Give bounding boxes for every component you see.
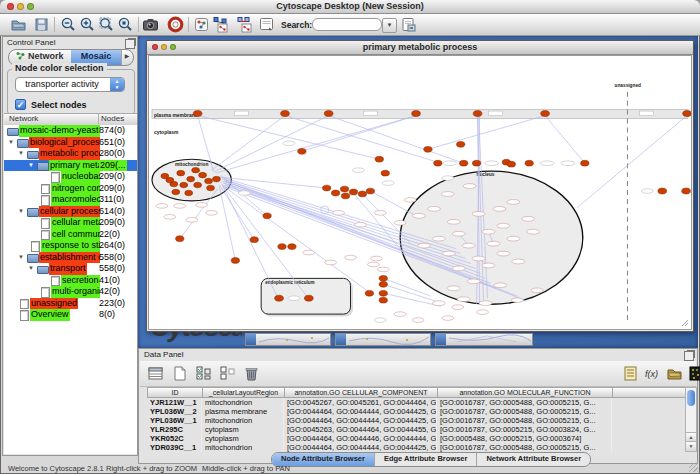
table-cell[interactable]: [GO:0044464, GO:0044444, GO:0044425, G..…	[284, 416, 437, 425]
scroll-down-icon[interactable]: ▼	[686, 441, 696, 451]
vizmapper-icon[interactable]	[193, 16, 210, 33]
tree-row-selected[interactable]: ▼ primary metabolic 209(...	[4, 160, 137, 172]
matrix-icon[interactable]	[688, 365, 700, 382]
minimized-network-window[interactable]	[245, 333, 331, 346]
formula-icon[interactable]: f(x)	[644, 365, 661, 382]
table-scrollbar[interactable]: ▲ ▼	[685, 387, 697, 452]
tree-row[interactable]: multi-organism pro 42(0)	[4, 286, 137, 298]
table-cell[interactable]: [GO:0016787, GO:0005488, GO:0005215, G..…	[437, 443, 612, 452]
zoom-selected-icon[interactable]	[117, 16, 134, 33]
tree-row[interactable]: ▼ metabolic process 280(0)	[4, 148, 137, 160]
tree-row[interactable]: ▼ cellular process 614(0)	[4, 206, 137, 218]
table-cell[interactable]: cytoplasm	[202, 425, 284, 434]
column-header-id[interactable]: ID	[147, 387, 203, 398]
column-header-region[interactable]: _cellularLayoutRegion	[202, 387, 285, 398]
expand-arrow-icon[interactable]: ▼	[28, 160, 34, 172]
float-panel-icon[interactable]	[684, 351, 694, 361]
tree-row[interactable]: ▼ establishment of lo 558(0)	[4, 252, 137, 264]
minimized-network-window[interactable]	[435, 333, 533, 346]
open-file-icon[interactable]	[10, 16, 27, 33]
attribute-table-icon[interactable]	[147, 365, 164, 382]
expand-arrow-icon[interactable]: ▼	[8, 137, 14, 149]
tree-row[interactable]: unassigned 223(0)	[4, 298, 137, 310]
network-view-window[interactable]: primary metabolic process	[146, 40, 694, 332]
network-graph[interactable]: plasma membrane cytoplasm mitochondrion …	[149, 56, 691, 329]
unselect-attributes-icon[interactable]	[219, 365, 236, 382]
node-color-dropdown[interactable]: transporter activity ▲▼	[15, 77, 125, 92]
table-cell[interactable]: [GO:0045263, GO:0044464, GO:0044455, G..…	[284, 425, 437, 434]
table-cell[interactable]: mitochondrion	[202, 443, 284, 452]
tree-row[interactable]: cellular metabo 209(0)	[4, 217, 137, 229]
app-resize-grip[interactable]	[689, 463, 698, 472]
tree-row[interactable]: mosaic-demo-yeast 874(0)	[4, 125, 137, 137]
zoom-fit-icon[interactable]	[98, 16, 115, 33]
zoom-window-button[interactable]	[27, 3, 34, 10]
maximize-icon[interactable]	[170, 44, 176, 50]
close-icon[interactable]	[152, 44, 158, 50]
attribute-list-icon[interactable]	[622, 365, 639, 382]
table-cell[interactable]: YJR121W__1	[147, 398, 202, 407]
search-input[interactable]	[312, 18, 382, 31]
table-cell[interactable]: YKR052C	[147, 434, 202, 443]
zoom-in-icon[interactable]	[79, 16, 96, 33]
annotation-icon[interactable]	[258, 16, 275, 33]
window-titlebar[interactable]: Cytoscape Desktop (New Session)	[0, 0, 700, 14]
table-cell[interactable]: [GO:0045267, GO:0045261, GO:0044464, G..…	[284, 398, 437, 407]
tree-row[interactable]: ▼ transport 558(0)	[4, 263, 137, 275]
select-nodes-checkbox[interactable]: ✓	[15, 99, 26, 110]
tree-row[interactable]: secretion 41(0)	[4, 275, 137, 287]
table-cell[interactable]: plasma membrane	[202, 407, 284, 416]
tree-row[interactable]: nucleobase- 209(0)	[4, 171, 137, 183]
column-header-blank[interactable]	[612, 387, 686, 398]
network-from-selected-nodes-icon[interactable]	[212, 16, 229, 33]
column-header-cellular-component[interactable]: annotation.GO CELLULAR_COMPONENT	[284, 387, 438, 398]
tab-overflow-arrow-icon[interactable]: ▶	[121, 50, 132, 65]
expand-arrow-icon[interactable]: ▼	[18, 148, 24, 160]
tree-row[interactable]: cell communicat 22(0)	[4, 229, 137, 241]
table-cell[interactable]: [GO:0016787, GO:0005488, GO:0005215, G..…	[437, 407, 612, 416]
table-cell[interactable]: YLR295C	[147, 425, 202, 434]
network-canvas[interactable]: plasma membrane cytoplasm mitochondrion …	[148, 55, 692, 330]
table-cell[interactable]: YDR039C__1	[147, 443, 202, 452]
snapshot-camera-icon[interactable]	[142, 16, 159, 33]
float-panel-icon[interactable]	[125, 39, 135, 49]
zoom-out-icon[interactable]	[60, 16, 77, 33]
table-cell[interactable]: mitochondrion	[202, 398, 284, 407]
select-attributes-icon[interactable]	[195, 365, 212, 382]
tree-row[interactable]: response to stimulu 264(0)	[4, 240, 137, 252]
tree-row[interactable]: Overview 8(0)	[4, 309, 137, 321]
import-network-icon[interactable]	[400, 16, 417, 33]
scrollbar-thumb[interactable]	[687, 390, 695, 406]
minimized-network-window[interactable]	[335, 333, 431, 346]
tree-row[interactable]: ▼ biological_process 651(0)	[4, 137, 137, 149]
table-cell[interactable]: [GO:0016787, GO:0005215, GO:0003824, G..…	[437, 425, 612, 434]
table-cell[interactable]: [GO:0044464, GO:0044444, GO:0044425, G..…	[284, 407, 437, 416]
table-cell[interactable]: YPL036W__2	[147, 407, 202, 416]
table-cell[interactable]: [GO:0044464, GO:0044446, GO:0044444, G..…	[284, 434, 437, 443]
column-header-molecular-function[interactable]: annotation.GO MOLECULAR_FUNCTION	[437, 387, 613, 398]
table-cell[interactable]: YPL036W__1	[147, 416, 202, 425]
table-cell[interactable]: cytoplasm	[202, 434, 284, 443]
expand-arrow-icon[interactable]: ▼	[18, 252, 24, 264]
open-attribute-icon[interactable]	[666, 365, 683, 382]
expand-arrow-icon[interactable]: ▼	[28, 263, 34, 275]
new-attribute-icon[interactable]	[171, 365, 188, 382]
window-resize-grip[interactable]	[682, 320, 688, 326]
minimize-icon[interactable]	[161, 44, 167, 50]
expand-arrow-icon[interactable]: ▼	[18, 206, 24, 218]
delete-attribute-icon[interactable]	[243, 365, 260, 382]
tree-row[interactable]: nitrogen compo 209(0)	[4, 183, 137, 195]
table-cell[interactable]: [GO:0016787, GO:0005488, GO:0005215, G..…	[437, 416, 612, 425]
table-cell[interactable]: [GO:0005488, GO:0005215, GO:0003674]	[437, 434, 612, 443]
network-from-selected-edges-icon[interactable]	[236, 16, 253, 33]
save-icon[interactable]	[33, 16, 50, 33]
table-cell[interactable]: [GO:0044464, GO:0044444, GO:0044425, G..…	[284, 443, 437, 452]
network-window-titlebar[interactable]: primary metabolic process	[147, 41, 693, 55]
help-lifebuoy-icon[interactable]	[167, 16, 184, 33]
close-button[interactable]	[7, 3, 14, 10]
table-cell[interactable]: mitochondrion	[202, 416, 284, 425]
search-dropdown-icon[interactable]: ▼	[382, 18, 397, 33]
table-cell[interactable]: [GO:0016787, GO:0005488, GO:0005215, G..…	[437, 398, 612, 407]
minimize-button[interactable]	[17, 3, 24, 10]
tree-row[interactable]: macromolecule 311(0)	[4, 194, 137, 206]
